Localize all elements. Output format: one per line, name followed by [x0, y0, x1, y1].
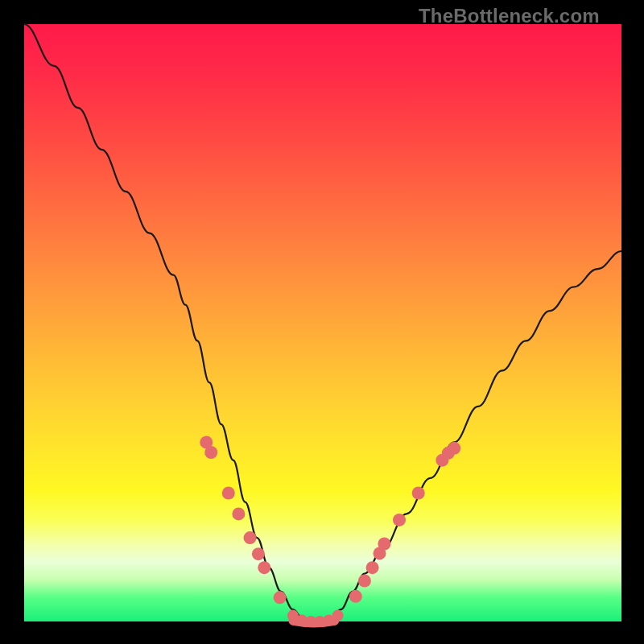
data-marker [378, 538, 390, 551]
data-marker [393, 514, 406, 526]
data-marker [448, 442, 460, 455]
chart-svg-layer [0, 0, 644, 644]
data-marker [349, 590, 362, 603]
data-marker [366, 561, 379, 574]
data-marker [412, 487, 425, 500]
chart-frame: TheBottleneck.com [0, 0, 644, 644]
data-marker [252, 547, 265, 560]
data-marker [258, 561, 270, 574]
data-marker [332, 610, 344, 621]
data-marker [222, 487, 235, 500]
data-marker [244, 531, 257, 544]
bottleneck-curve [24, 24, 621, 621]
data-marker [204, 446, 217, 459]
data-marker [358, 575, 371, 588]
data-marker [232, 507, 245, 520]
data-marker [274, 591, 287, 604]
